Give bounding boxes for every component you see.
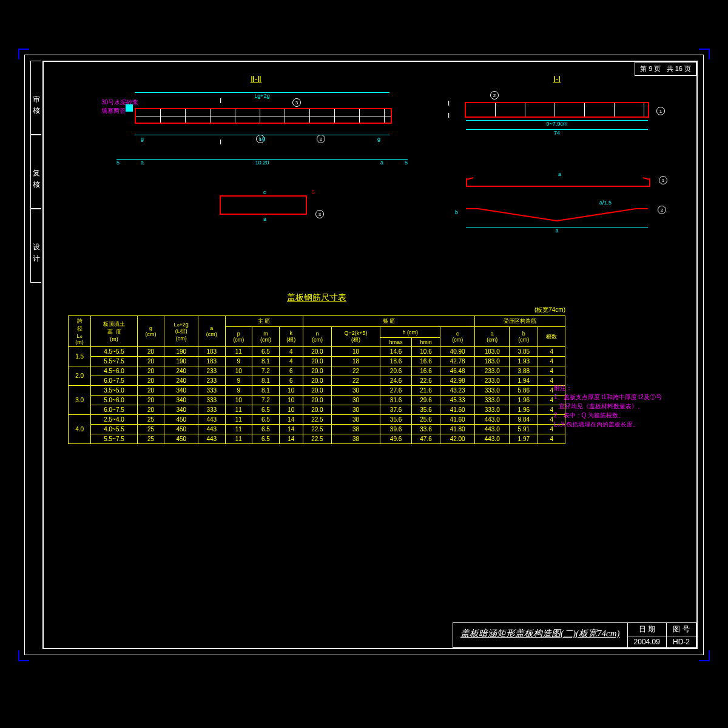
cell: 42.78	[440, 357, 475, 366]
cell-span: 2.0	[69, 366, 91, 386]
cell: 333	[198, 405, 226, 415]
cell: 8.1	[252, 376, 280, 386]
cell: 183	[198, 347, 226, 357]
cell: 4.5~6.0	[91, 366, 138, 376]
th-group-main: 主 筋	[225, 316, 303, 327]
cell: 3.85	[510, 347, 538, 357]
cell: 4	[538, 347, 565, 357]
dim-a-r: a	[380, 160, 383, 166]
section-marker: Ⅰ	[220, 97, 221, 105]
dim-lg: Lg	[135, 135, 389, 141]
dim-top: Lg+2g	[135, 92, 389, 99]
cell: 14.6	[380, 347, 412, 357]
cell: 22	[332, 376, 380, 386]
cell: 443.0	[475, 434, 510, 444]
dim-shape-a: a	[466, 227, 648, 234]
table-row: 5.0~6.020340333107.21020.03031.629.645.3…	[69, 396, 565, 405]
cell: 42.98	[440, 376, 475, 386]
th-hmin: hmin	[411, 338, 440, 347]
cell: 3.88	[510, 366, 538, 376]
cell: 8.1	[252, 386, 280, 396]
cell: 38	[332, 415, 380, 425]
stirrup-detail: c a 3 5	[220, 195, 307, 215]
th-count: 根数	[538, 327, 565, 347]
table-row: 6.0~7.52024023398.1620.02224.622.642.982…	[69, 376, 565, 386]
side-label-strip: 审 核 复 核 设 计	[30, 61, 41, 283]
cell: 183.0	[475, 357, 510, 366]
cell: 11	[225, 347, 252, 357]
cell: 240	[164, 366, 198, 376]
rebar-shapes: a 1 a/1.5 2 b a	[442, 172, 672, 233]
section-marker-i: Ⅰ	[448, 112, 450, 120]
section-elevation: Ⅱ-Ⅱ 30号水泥砂浆 填塞两管 Lg+2g Ⅰ Ⅰ 3 1 2 g Lg g …	[98, 74, 414, 138]
cell: 22.5	[303, 434, 331, 444]
page-total: 共 16 页	[667, 65, 691, 72]
side-approve: 审 核	[31, 89, 41, 106]
cell: 333	[198, 396, 226, 405]
cell: 6.0~7.5	[91, 376, 138, 386]
dim-spacing: 9~7.9cm	[466, 120, 648, 127]
th-k: k (根)	[279, 327, 303, 347]
cell: 20.0	[303, 357, 331, 366]
cell: 20.0	[303, 386, 331, 396]
cell: 20	[137, 405, 164, 415]
slab-outline	[135, 108, 392, 124]
cell: 41.80	[440, 425, 475, 434]
cell: 9	[225, 376, 252, 386]
callout-2-i: 2	[490, 91, 499, 99]
dim-a: a	[141, 160, 144, 166]
cell: 22.6	[411, 376, 440, 386]
cell: 22	[332, 366, 380, 376]
th-q: Q=2(k+5) (根)	[332, 327, 380, 347]
rebar-plan: Ⅰ Ⅰ 3 1 2	[98, 108, 414, 138]
th-group-comp: 受压区构造筋	[475, 316, 565, 327]
th-c: c (cm)	[440, 327, 475, 347]
cell: 7.2	[252, 396, 280, 405]
cell: 11	[225, 425, 252, 434]
cell: 6	[279, 366, 303, 376]
cell: 6.0~7.5	[91, 405, 138, 415]
cell: 41.60	[440, 405, 475, 415]
drawing-no-header: 图 号	[667, 623, 696, 636]
cell: 10.6	[411, 347, 440, 357]
cell: 6.5	[252, 415, 280, 425]
cell: 43.23	[440, 386, 475, 396]
th-a: a (cm)	[198, 316, 226, 347]
cell: 9.84	[510, 415, 538, 425]
dim-bottom-main: 5 a 10.20 a 5	[116, 159, 408, 166]
th-n: n (cm)	[303, 327, 331, 347]
cell: 183.0	[475, 347, 510, 357]
section-marker-i: Ⅰ	[448, 99, 450, 107]
cell: 31.6	[380, 396, 412, 405]
cell: 5.5~7.5	[91, 357, 138, 366]
drawing-no-value: HD-2	[667, 636, 696, 647]
cell: 20.0	[303, 366, 331, 376]
section-cross: Ⅰ-Ⅰ Ⅰ Ⅰ 2 1 9~7.9cm 74 a 1 a/1.5 2 b a	[442, 74, 672, 233]
cell: 5.0~6.0	[91, 396, 138, 405]
cell: 35.6	[411, 405, 440, 415]
cell: 240	[164, 376, 198, 386]
cell: 30	[332, 405, 380, 415]
table-row: 6.0~7.520340333116.51020.03037.635.641.6…	[69, 405, 565, 415]
cell: 190	[164, 347, 198, 357]
cell: 46.48	[440, 366, 475, 376]
cell: 49.6	[380, 434, 412, 444]
cell: 6.5	[252, 405, 280, 415]
th-fill: 板顶填土 高 度 (m)	[91, 316, 138, 347]
cell: 4	[538, 366, 565, 376]
detail-c: c	[263, 189, 266, 195]
th-b: b (cm)	[510, 327, 538, 347]
cell: 20	[137, 347, 164, 357]
cell: 11	[225, 434, 252, 444]
cell: 450	[164, 425, 198, 434]
shape-a15: a/1.5	[599, 200, 612, 206]
cell: 25	[137, 425, 164, 434]
cell: 20.0	[303, 405, 331, 415]
cell: 22.5	[303, 425, 331, 434]
notes-head: 附注：	[554, 383, 678, 393]
detail-a: a	[263, 216, 266, 222]
title-block: 盖板暗涵矩形盖板构造图(二)(板宽74cm) 日 期 2004.09 图 号 H…	[453, 622, 696, 648]
cell: 1.94	[510, 376, 538, 386]
cell: 1.97	[510, 434, 538, 444]
note-2: 2、表中：Q 为箍筋根数。	[554, 411, 678, 420]
